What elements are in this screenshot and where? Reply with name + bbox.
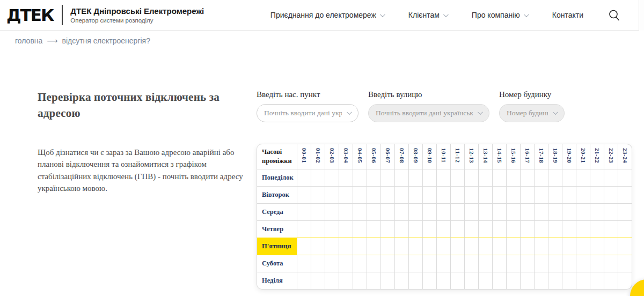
schedule-cell [339, 221, 353, 238]
schedule-cell [590, 187, 604, 204]
day-header: Вівторок [257, 187, 297, 204]
schedule-day-row: Середа [257, 204, 632, 221]
schedule-cell [465, 238, 479, 255]
schedule-cell [367, 238, 381, 255]
street-select[interactable]: Почніть вводити дані українськ [368, 104, 489, 122]
schedule-cell [604, 187, 618, 204]
schedule-cell [507, 169, 521, 187]
schedule-cell [353, 238, 367, 255]
time-slot-header: 15-16 [507, 144, 521, 169]
city-placeholder: Почніть вводити дані укра [264, 109, 342, 117]
nav-item-connection[interactable]: Приєднання до електромереж [270, 11, 384, 19]
schedule-cell [437, 272, 451, 290]
schedule-cell [576, 204, 590, 221]
schedule-cell [604, 169, 618, 187]
day-header: Неділя [257, 272, 297, 290]
schedule-cell [325, 272, 339, 290]
schedule-day-row: Вівторок [257, 187, 632, 204]
logo-divider [62, 5, 63, 25]
schedule-cell [409, 169, 423, 187]
schedule-day-row: Четвер [257, 221, 632, 238]
schedule-cell [311, 255, 325, 272]
schedule-cell [521, 187, 535, 204]
chevron-down-icon [478, 109, 483, 115]
schedule-cell [548, 221, 562, 238]
schedule-cell [311, 272, 325, 290]
schedule-cell [367, 255, 381, 272]
intro-section: Перевірка поточних відключень за адресою… [38, 89, 252, 195]
search-icon [608, 9, 620, 21]
schedule-cell [325, 255, 339, 272]
schedule-cell [590, 221, 604, 238]
schedule-cell [535, 238, 548, 255]
schedule-cell [548, 272, 562, 290]
building-select[interactable]: Номер будинк [499, 104, 565, 122]
chevron-down-icon [553, 109, 558, 115]
main-nav: Приєднання до електромереж Клієнтам Про … [270, 11, 583, 19]
nav-label: Контакти [552, 11, 583, 19]
schedule-corner-header: Часові проміжки [257, 144, 297, 169]
schedule-cell [576, 272, 590, 290]
breadcrumb-home-link[interactable]: головна [15, 36, 42, 45]
search-button[interactable] [608, 9, 620, 21]
schedule-cell [297, 187, 311, 204]
schedule-cell [367, 272, 381, 290]
time-slot-header: 10-11 [437, 144, 451, 169]
schedule-cell [479, 255, 493, 272]
dtek-logo[interactable]: ДТЕК [6, 7, 55, 24]
schedule-cell [590, 255, 604, 272]
schedule-cell [451, 221, 465, 238]
schedule-cell [562, 255, 576, 272]
schedule-cell [562, 221, 576, 238]
schedule-cell [325, 204, 339, 221]
schedule-cell [576, 238, 590, 255]
nav-item-about[interactable]: Про компанію [472, 11, 528, 19]
schedule-cell [548, 255, 562, 272]
scrollbar-track[interactable] [639, 0, 644, 31]
nav-item-clients[interactable]: Клієнтам [408, 11, 447, 19]
schedule-cell [548, 169, 562, 187]
nav-label: Про компанію [472, 11, 520, 19]
schedule-cell [451, 255, 465, 272]
time-slot-header: 07-08 [395, 144, 409, 169]
breadcrumb: головна ⟶ відсутня електроенергія? [15, 36, 150, 45]
time-slot-header: 02-03 [325, 144, 339, 169]
schedule-cell [353, 221, 367, 238]
schedule-cell [409, 238, 423, 255]
city-select[interactable]: Почніть вводити дані укра [257, 104, 358, 122]
schedule-cell [618, 204, 632, 221]
schedule-cell [409, 204, 423, 221]
schedule-cell [381, 187, 395, 204]
time-slot-header: 01-02 [311, 144, 325, 169]
schedule-cell [311, 204, 325, 221]
schedule-cell [297, 221, 311, 238]
building-placeholder: Номер будинк [507, 109, 548, 117]
schedule-cell [507, 221, 521, 238]
schedule-cell [381, 204, 395, 221]
schedule-cell [618, 187, 632, 204]
nav-item-contacts[interactable]: Контакти [552, 11, 583, 19]
schedule-cell [535, 272, 548, 290]
schedule-cell [297, 204, 311, 221]
dtek-logo-mark: ДТЕК [6, 7, 55, 24]
schedule-cell [521, 272, 535, 290]
schedule-cell [521, 221, 535, 238]
schedule-cell [395, 238, 409, 255]
schedule-cell [353, 255, 367, 272]
schedule-cell [493, 238, 507, 255]
schedule-cell [548, 187, 562, 204]
schedule-day-row: Неділя [257, 272, 632, 290]
schedule-cell [521, 238, 535, 255]
schedule-cell [562, 169, 576, 187]
schedule-cell [535, 221, 548, 238]
schedule-cell [465, 187, 479, 204]
schedule-cell [604, 204, 618, 221]
schedule-cell [339, 187, 353, 204]
schedule-cell [451, 187, 465, 204]
schedule-cell [590, 169, 604, 187]
street-placeholder: Почніть вводити дані українськ [376, 109, 473, 117]
schedule-cell [604, 238, 618, 255]
breadcrumb-current: відсутня електроенергія? [62, 36, 150, 45]
schedule-cell [381, 255, 395, 272]
schedule-cell [465, 221, 479, 238]
